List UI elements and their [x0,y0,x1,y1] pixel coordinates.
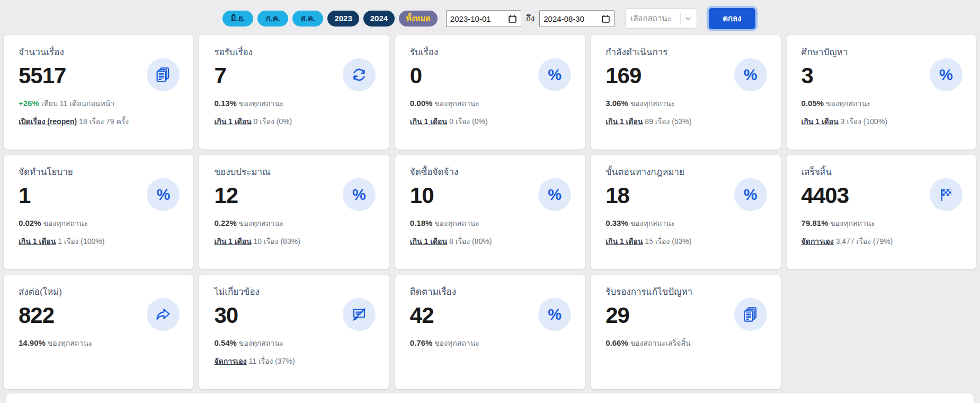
card-subline-percent: 0.33% ของทุกสถานะ [605,217,765,229]
filter-bar: มิ.ย.ก.ค.ส.ค.20232024ทั้งหมด 2023-10-01 … [0,0,980,35]
card-detail-link[interactable]: เกิน 1 เดือน [214,237,251,246]
stat-cards-grid: จำนวนเรื่อง 5517 +26% เทียบ 11 เดือนก่อน… [0,35,980,389]
date-from-value: 2023-10-01 [450,14,491,23]
card-percent-value: 14.90% [19,338,46,347]
date-range-to-label: ถึง [525,12,535,25]
percent-icon: % [538,58,571,91]
refresh-icon [343,58,376,91]
date-to-input[interactable]: 2024-08-30 [539,10,614,27]
card-title: รับรองการแก้ไขปัญหา [605,286,765,299]
card-subline-detail: จัดการเอง 11 เรื่อง (37%) [214,355,374,367]
stat-card: ขั้นตอนทางกฎหมาย 18 % 0.33% ของทุกสถานะ … [591,155,780,269]
card-detail-link[interactable]: เกิน 1 เดือน [605,237,643,246]
card-subline-percent: 0.66% ของสถานะเสร็จสิ้น [605,337,765,349]
card-detail-link[interactable]: เกิน 1 เดือน [19,237,56,246]
card-detail-link[interactable]: จัดการเอง [801,237,834,246]
filter-pills: มิ.ย.ก.ค.ส.ค.20232024ทั้งหมด [222,11,437,27]
card-title: ไม่เกี่ยวข้อง [214,286,374,299]
card-percent-value: 0.54% [214,338,237,347]
card-subline-percent: 0.22% ของทุกสถานะ [214,217,374,229]
card-subline-detail: เกิน 1 เดือน 0 เรื่อง (0%) [214,116,374,127]
stat-card: รับเรื่อง 0 % 0.00% ของทุกสถานะ เกิน 1 เ… [395,35,585,150]
date-to-value: 2024-08-30 [544,14,584,23]
message-slash-icon [343,298,376,331]
card-subline-detail: เกิน 1 เดือน 10 เรื่อง (83%) [214,235,374,247]
stat-card: กำลังดำเนินการ 169 % 3.06% ของทุกสถานะ เ… [591,35,780,150]
card-subline-detail: เกิน 1 เดือน 3 เรื่อง (100%) [801,116,961,127]
stat-card: จัดทำนโยบาย 1 % 0.02% ของทุกสถานะ เกิน 1… [4,155,193,269]
card-detail-link[interactable]: เปิดเรื่อง (reopen) [19,117,77,126]
card-subline-percent: 0.76% ของทุกสถานะ [410,337,570,349]
card-title: จำนวนเรื่อง [19,47,179,59]
chevron-down-icon [684,15,692,22]
percent-icon: % [734,178,767,211]
select-divider [680,13,681,24]
percent-icon: % [538,298,571,331]
card-subline-percent: 3.06% ของทุกสถานะ [605,98,765,109]
card-subline-detail: เกิน 1 เดือน 15 เรื่อง (83%) [605,235,765,247]
card-subline-detail: เปิดเรื่อง (reopen) 18 เรื่อง 79 ครั้ง [19,116,179,127]
card-title: กำลังดำเนินการ [605,47,765,59]
card-title: ติดตามเรื่อง [410,286,570,299]
card-percent-value: 0.22% [214,218,237,227]
stat-card: ศึกษาปัญหา 3 % 0.05% ของทุกสถานะ เกิน 1 … [787,35,976,150]
card-percent-value: 0.02% [19,218,41,227]
percent-icon: % [147,178,180,211]
card-subline-percent: 0.00% ของทุกสถานะ [410,98,570,109]
share-icon [147,298,180,331]
card-title: ขั้นตอนทางกฎหมาย [605,167,765,179]
filter-pill-all-5[interactable]: ทั้งหมด [399,11,438,27]
card-detail-link[interactable]: จัดการเอง [214,357,246,365]
percent-icon: % [930,58,963,91]
card-percent-value: 0.33% [605,218,628,227]
card-detail-link[interactable]: เกิน 1 เดือน [801,117,839,126]
card-subline-detail: เกิน 1 เดือน 0 เรื่อง (0%) [410,116,570,127]
card-percent-value: 0.05% [801,99,824,108]
filter-pill-month-2[interactable]: ส.ค. [292,11,323,27]
card-subline-detail: เกิน 1 เดือน 1 เรื่อง (100%) [19,235,179,247]
card-subline-percent: 79.81% ของทุกสถานะ [801,217,961,229]
card-subline-percent: 0.13% ของทุกสถานะ [214,98,374,109]
percent-icon: % [734,58,767,91]
calendar-icon[interactable] [601,14,610,23]
filter-pill-month-1[interactable]: ก.ค. [257,11,288,27]
card-percent-value: 0.76% [410,338,433,347]
card-title: ศึกษาปัญหา [801,47,961,59]
card-detail-link[interactable]: เกิน 1 เดือน [410,117,447,126]
flag-icon [930,178,963,211]
card-detail-link[interactable]: เกิน 1 เดือน [214,117,251,126]
card-subline-detail: เกิน 1 เดือน 89 เรื่อง (53%) [605,116,765,127]
card-subline-percent: 0.02% ของทุกสถานะ [19,217,179,229]
filter-pill-month-0[interactable]: มิ.ย. [222,11,253,27]
documents-icon [734,298,767,331]
status-select-placeholder: เลือกสถานะ [630,12,676,25]
card-subline-detail: เกิน 1 เดือน 8 เรื่อง (80%) [410,235,570,247]
stat-card: ของบประมาณ 12 % 0.22% ของทุกสถานะ เกิน 1… [199,155,389,269]
filter-pill-year-3[interactable]: 2023 [327,11,359,27]
card-subline-detail: จัดการเอง 3,477 เรื่อง (79%) [801,235,961,247]
card-title: เสร็จสิ้น [801,167,961,179]
card-subline-percent: 0.05% ของทุกสถานะ [801,98,961,109]
card-percent-value: 0.66% [605,338,628,347]
card-percent-value: 3.06% [605,99,628,108]
card-title: จัดซื้อจัดจ้าง [410,167,570,179]
status-select[interactable]: เลือกสถานะ [625,8,697,29]
percent-icon: % [538,178,571,211]
documents-icon [147,58,180,91]
card-percent-value: 0.18% [410,218,433,227]
date-from-input[interactable]: 2023-10-01 [446,10,521,27]
card-percent-value: +26% [19,99,39,108]
stat-card: จัดซื้อจัดจ้าง 10 % 0.18% ของทุกสถานะ เก… [395,155,585,269]
card-title: ส่งต่อ(ใหม่) [19,286,179,299]
card-detail-link[interactable]: เกิน 1 เดือน [605,117,643,126]
filter-pill-year-4[interactable]: 2024 [363,11,395,27]
submit-button[interactable]: ตกลง [707,6,757,31]
stat-card: เสร็จสิ้น 4403 79.81% ของทุกสถานะ จัดการ… [787,155,976,269]
card-subline-percent: 0.18% ของทุกสถานะ [410,217,570,229]
calendar-icon[interactable] [508,14,517,23]
card-detail-link[interactable]: เกิน 1 เดือน [410,237,447,246]
card-percent-value: 0.00% [410,99,433,108]
stat-card: ส่งต่อ(ใหม่) 822 14.90% ของทุกสถานะ [4,275,193,389]
card-title: รอรับเรื่อง [214,47,374,59]
card-subline-percent: 14.90% ของทุกสถานะ [19,337,179,349]
